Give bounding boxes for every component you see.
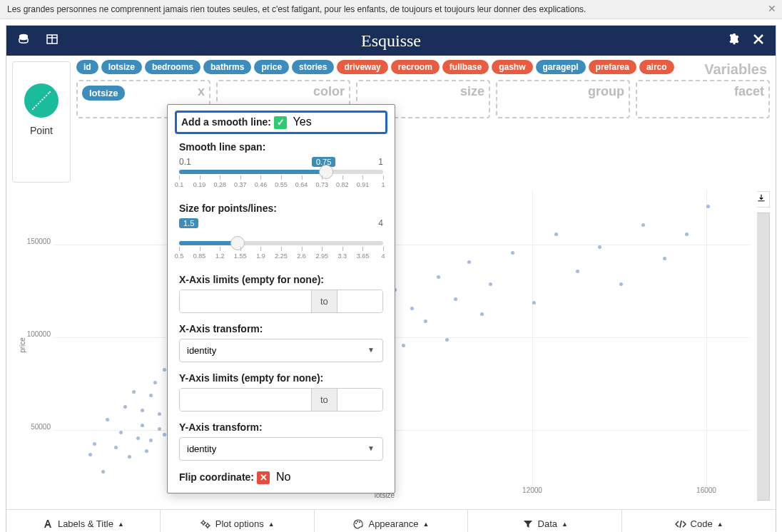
variable-badges: idlotsizebedroomsbathrmspricestoriesdriv… [76, 60, 770, 74]
dropzone-group[interactable]: group [496, 80, 630, 118]
to-separator: to [311, 290, 337, 312]
size-slider[interactable]: 0.5 1.5 4 0.50.851.21.551.92.252.62.953.… [179, 218, 383, 264]
geom-panel[interactable]: Point [12, 61, 71, 183]
y-axis-ticks: 50000100000150000 [25, 190, 54, 486]
app-frame: Esquisse Point idlotsizebedroomsbathrmsp… [6, 25, 776, 532]
caret-up-icon: ▲ [423, 521, 430, 528]
ylim-inputs: to [179, 388, 383, 411]
dropzone-facet[interactable]: facet [636, 80, 770, 118]
font-icon [42, 518, 54, 530]
database-icon[interactable] [18, 34, 29, 48]
variable-badge-prefarea[interactable]: prefarea [589, 60, 636, 74]
filter-icon [522, 518, 534, 530]
ylim-label: Y-Axis limits (empty for none): [179, 372, 383, 384]
dropzone-x-label: x [198, 84, 205, 99]
xtrans-select[interactable]: identity [179, 339, 383, 362]
variable-badge-lotsize[interactable]: lotsize [101, 60, 142, 74]
caret-up-icon: ▲ [268, 521, 275, 528]
info-banner: Les grandes personnes ne comprennent jam… [0, 0, 782, 19]
ytrans-label: Y-Axis transform: [179, 421, 383, 433]
flip-coordinate-row: Flip coordinate: ✕ No [179, 471, 383, 484]
variables-label: Variables [704, 61, 767, 78]
xlim-label: X-Axis limits (empty for none): [179, 274, 383, 285]
x-mapping-badge[interactable]: lotsize [82, 86, 125, 101]
table-icon[interactable] [46, 34, 58, 48]
to-separator: to [311, 389, 337, 411]
variable-badge-id[interactable]: id [76, 60, 98, 74]
bottom-tabs: Labels & Title ▲ Plot options ▲ Appearan… [6, 509, 776, 532]
close-icon[interactable]: ✕ [768, 3, 776, 14]
tab-code[interactable]: Code ▲ [622, 510, 776, 532]
svg-point-4 [202, 521, 205, 524]
tab-plot-options[interactable]: Plot options ▲ [161, 510, 315, 532]
size-label: Size for points/lines: [179, 203, 383, 214]
code-icon [675, 518, 686, 530]
header-bar: Esquisse [6, 26, 776, 56]
flip-value: No [276, 471, 290, 483]
flip-label: Flip coordinate: [179, 471, 254, 483]
gears-icon [200, 518, 211, 530]
ylim-from-input[interactable] [180, 389, 311, 411]
variable-badge-garagepl[interactable]: garagepl [536, 60, 586, 74]
tab-appearance[interactable]: Appearance ▲ [315, 510, 469, 532]
variable-badge-bedrooms[interactable]: bedrooms [145, 60, 200, 74]
variable-badge-gashw[interactable]: gashw [492, 60, 532, 74]
variable-badge-fullbase[interactable]: fullbase [442, 60, 489, 74]
svg-point-7 [357, 521, 358, 522]
app-title: Esquisse [361, 31, 421, 51]
variable-badge-recroom[interactable]: recroom [391, 60, 440, 74]
ylim-to-input[interactable] [337, 389, 383, 411]
span-slider[interactable]: 0.1 0.75 1 0.10.190.280.370.460.550.640.… [179, 157, 383, 193]
checkbox-checked-icon[interactable]: ✓ [274, 116, 287, 129]
plot-canvas [54, 190, 750, 486]
gear-icon[interactable] [727, 34, 738, 48]
checkbox-unchecked-icon[interactable]: ✕ [257, 471, 270, 484]
x-axis-ticks: 400080001200016000 [54, 486, 750, 496]
variable-badge-stories[interactable]: stories [292, 60, 334, 74]
palette-icon [352, 518, 364, 530]
variable-badge-price[interactable]: price [254, 60, 289, 74]
smooth-line-label: Add a smooth line: [181, 116, 271, 128]
caret-up-icon: ▲ [118, 521, 124, 528]
xlim-inputs: to [179, 290, 383, 313]
variable-badge-bathrms[interactable]: bathrms [203, 60, 251, 74]
close-app-icon[interactable] [753, 34, 764, 48]
geom-point-icon [24, 83, 59, 118]
smooth-line-value: Yes [293, 116, 312, 128]
geom-label: Point [13, 125, 70, 136]
xlim-from-input[interactable] [180, 290, 311, 312]
tab-labels-title[interactable]: Labels & Title ▲ [6, 510, 161, 532]
smooth-line-toggle-row: Add a smooth line: ✓ Yes [175, 111, 387, 134]
plot-options-panel: Add a smooth line: ✓ Yes Smooth line spa… [167, 104, 395, 493]
xlim-to-input[interactable] [337, 290, 383, 312]
tab-data[interactable]: Data ▲ [468, 510, 622, 532]
svg-point-6 [355, 523, 357, 524]
caret-up-icon: ▲ [562, 521, 568, 528]
span-label: Smooth line span: [179, 141, 383, 153]
caret-up-icon: ▲ [717, 521, 723, 528]
xtrans-label: X-Axis transform: [179, 323, 383, 334]
banner-text: Les grandes personnes ne comprennent jam… [7, 4, 586, 14]
variable-badge-driveway[interactable]: driveway [337, 60, 387, 74]
variable-badge-airco[interactable]: airco [639, 60, 674, 74]
svg-point-8 [359, 521, 360, 523]
size-value-badge: 1.5 [179, 218, 198, 228]
svg-point-5 [206, 524, 209, 527]
ytrans-select[interactable]: identity [179, 437, 383, 461]
